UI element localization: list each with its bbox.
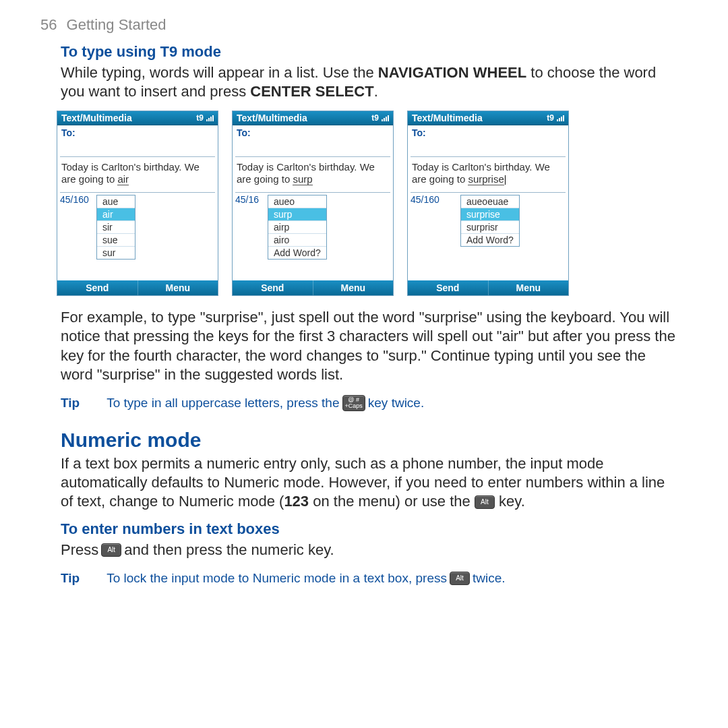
tip-row-caps: Tip To type in all uppercase letters, pr… [61, 395, 688, 411]
heading-t9-mode: To type using T9 mode [61, 43, 688, 61]
phone-screenshot: Text/Multimediat9To:Today is Carlton's b… [232, 111, 394, 296]
suggestion-item: aueo [268, 195, 326, 208]
suggestion-item: aueoeuae [461, 195, 519, 208]
suggestion-list: aueairsirsuesur [96, 195, 135, 260]
page-header: 56 Getting Started [40, 16, 688, 34]
page-number: 56 [40, 16, 57, 33]
char-counter: 45/160 [60, 194, 89, 205]
suggestion-item: surp [268, 208, 326, 221]
text-cursor [505, 175, 506, 185]
to-field-label: To: [233, 125, 393, 140]
nav-wheel-term: NAVIGATION WHEEL [378, 64, 526, 81]
phone-screenshots-row: Text/Multimediat9To:Today is Carlton's b… [57, 111, 688, 296]
suggestion-item: aue [97, 195, 135, 208]
signal-icon [206, 115, 214, 121]
typed-word: air [117, 173, 129, 185]
suggestion-item: sir [97, 221, 135, 234]
softkey-bar: SendMenu [408, 280, 568, 295]
suggestion-item: surprise [461, 208, 519, 221]
softkey-bar: SendMenu [57, 280, 218, 295]
suggestion-item: air [97, 208, 135, 221]
softkey-bar: SendMenu [233, 280, 393, 295]
softkey-send: Send [57, 280, 138, 295]
t9-mode-indicator: t9 [196, 113, 204, 123]
suggestion-item: Add Word? [268, 247, 326, 259]
message-body: Today is Carlton's birthday. We are goin… [233, 157, 393, 192]
phone-title: Text/Multimedia [61, 113, 132, 123]
message-body: Today is Carlton's birthday. We are goin… [57, 157, 218, 192]
heading-enter-numbers: To enter numbers in text boxes [61, 520, 688, 538]
suggestion-item: Add Word? [461, 234, 519, 246]
softkey-menu: Menu [313, 280, 394, 295]
t9-intro-paragraph: While typing, words will appear in a lis… [61, 63, 681, 101]
manual-page: 56 Getting Started To type using T9 mode… [0, 0, 728, 613]
suggestion-item: sur [97, 247, 135, 259]
signal-icon [557, 115, 564, 121]
phone-title-bar: Text/Multimediat9 [57, 111, 218, 125]
typed-word: surprise [468, 173, 504, 185]
numeric-paragraph: If a text box permits a numeric entry on… [61, 454, 681, 511]
tip-row-lock-numeric: Tip To lock the input mode to Numeric mo… [61, 571, 688, 586]
alt-key-icon: Alt [450, 572, 470, 585]
chapter-title: Getting Started [67, 16, 166, 33]
example-paragraph: For example, to type "surprise", just sp… [61, 308, 681, 384]
phone-screenshot: Text/Multimediat9To:Today is Carlton's b… [57, 111, 218, 296]
phone-title: Text/Multimedia [412, 113, 483, 123]
softkey-send: Send [408, 280, 489, 295]
typed-word: surp [293, 173, 312, 185]
suggestion-item: sue [97, 234, 135, 247]
suggestion-item: surprisr [461, 221, 519, 234]
to-field-label: To: [57, 125, 218, 140]
phone-title-bar: Text/Multimediat9 [233, 111, 393, 125]
char-counter: 45/16 [235, 194, 259, 205]
message-body: Today is Carlton's birthday. We are goin… [408, 157, 568, 192]
phone-screenshot: Text/Multimediat9To:Today is Carlton's b… [407, 111, 569, 296]
signal-icon [382, 115, 389, 121]
to-field-label: To: [408, 125, 568, 140]
suggestion-list: aueoeuaesurprisesurprisrAdd Word? [460, 195, 520, 247]
softkey-menu: Menu [138, 280, 218, 295]
phone-title-bar: Text/Multimediat9 [408, 111, 568, 125]
phone-title: Text/Multimedia [237, 113, 307, 123]
softkey-menu: Menu [489, 280, 569, 295]
char-counter: 45/160 [411, 194, 439, 205]
menu-123-term: 123 [284, 493, 309, 510]
caps-key-icon: @ # +Caps [342, 395, 365, 411]
enter-numbers-paragraph: Press Alt and then press the numeric key… [61, 541, 681, 559]
suggestion-item: airp [268, 221, 326, 234]
heading-numeric-mode: Numeric mode [61, 429, 688, 452]
t9-mode-indicator: t9 [547, 113, 554, 123]
tip-label: Tip [61, 571, 80, 586]
tip-label: Tip [61, 396, 80, 411]
alt-key-icon: Alt [475, 495, 495, 509]
center-select-term: CENTER SELECT [250, 83, 373, 100]
alt-key-icon: Alt [101, 543, 121, 557]
suggestion-list: aueosurpairpairoAdd Word? [268, 195, 327, 260]
t9-mode-indicator: t9 [371, 113, 379, 123]
softkey-send: Send [233, 280, 313, 295]
suggestion-item: airo [268, 234, 326, 247]
